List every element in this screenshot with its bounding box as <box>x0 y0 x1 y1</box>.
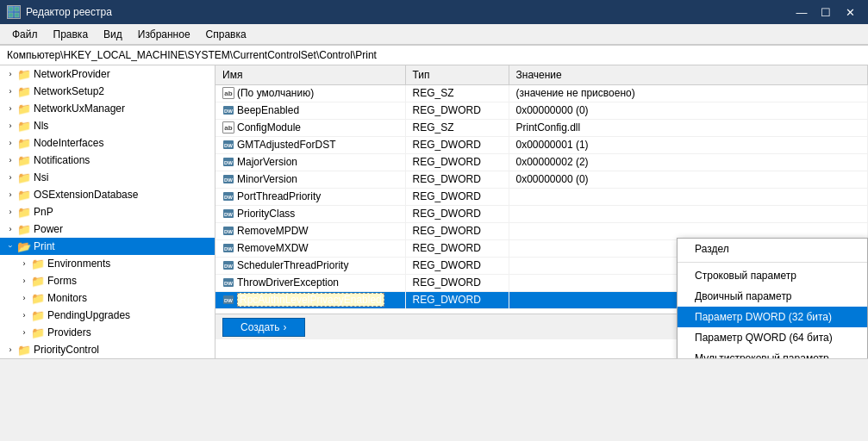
sidebar-item-providers[interactable]: › 📁 Providers <box>0 324 215 341</box>
sidebar-item-networkuxmanager[interactable]: › 📁 NetworkUxManager <box>0 100 215 117</box>
reg-type-cell[interactable]: REG_DWORD <box>405 291 509 308</box>
table-row[interactable]: DWMajorVersion REG_DWORD 0x00000002 (2) <box>215 153 868 171</box>
reg-type-cell[interactable]: REG_DWORD <box>405 257 509 274</box>
reg-value-cell[interactable] <box>509 188 868 205</box>
context-menu-item-section[interactable]: Раздел <box>678 239 867 259</box>
folder-icon: 📁 <box>17 68 31 81</box>
menu-view[interactable]: Вид <box>97 27 129 42</box>
reg-type-cell[interactable]: REG_SZ <box>405 84 509 102</box>
reg-name-cell[interactable]: DWMinorVersion <box>215 171 405 188</box>
reg-icon-dword: DW <box>222 225 234 237</box>
reg-name-cell[interactable]: DWBeepEnabled <box>215 102 405 119</box>
reg-name-cell[interactable]: ab(По умолчанию) <box>215 84 405 102</box>
reg-name-cell[interactable]: DWGMTAdjustedForDST <box>215 136 405 153</box>
reg-value-cell[interactable]: PrintConfig.dll <box>509 119 868 136</box>
reg-value-cell[interactable]: 0x00000001 (1) <box>509 136 868 153</box>
reg-type-cell[interactable]: REG_DWORD <box>405 102 509 119</box>
svg-text:DW: DW <box>224 212 233 217</box>
reg-name-cell[interactable]: abConfigModule <box>215 119 405 136</box>
reg-value-cell[interactable]: 0x00000000 (0) <box>509 171 868 188</box>
context-menu-item-binary[interactable]: Двоичный параметр <box>678 286 867 307</box>
reg-type-cell[interactable]: REG_DWORD <box>405 239 509 257</box>
reg-name-cell[interactable]: DWRemoveMXDW <box>215 239 405 257</box>
col-type[interactable]: Тип <box>405 65 509 84</box>
reg-type-cell[interactable]: REG_DWORD <box>405 171 509 188</box>
sidebar-item-label: Environments <box>47 258 110 270</box>
reg-name: GMTAdjustedForDST <box>237 139 335 151</box>
reg-name-cell[interactable]: DWSchedulerThreadPriority <box>215 257 405 274</box>
sidebar-item-pendingupgrades[interactable]: › 📁 PendingUpgrades <box>0 307 215 324</box>
reg-value-cell[interactable]: 0x00000002 (2) <box>509 153 868 171</box>
reg-name: MajorVersion <box>237 156 297 168</box>
reg-type-cell[interactable]: REG_DWORD <box>405 188 509 205</box>
sidebar-item-networkprovider[interactable]: › 📁 NetworkProvider <box>0 65 215 83</box>
sidebar-tree[interactable]: › 📁 NetworkProvider › 📁 NetworkSetup2 › … <box>0 65 215 358</box>
folder-icon: 📁 <box>17 189 31 202</box>
menu-favorites[interactable]: Избранное <box>131 27 197 42</box>
reg-value-cell[interactable] <box>509 222 868 239</box>
reg-name-cell[interactable]: DWPortThreadPriority <box>215 188 405 205</box>
reg-icon-dword: DW <box>222 156 234 168</box>
col-name[interactable]: Имя <box>215 65 405 84</box>
reg-name: PortThreadPriority <box>237 190 321 202</box>
sidebar-item-nsi[interactable]: › 📁 Nsi <box>0 169 215 186</box>
col-value[interactable]: Значение <box>509 65 868 84</box>
reg-name-cell[interactable]: DWRpcAuthnLevelPrivacyEnabled <box>215 291 405 308</box>
table-row[interactable]: DWMinorVersion REG_DWORD 0x00000000 (0) <box>215 171 868 188</box>
sidebar-item-power[interactable]: › 📁 Power <box>0 220 215 238</box>
reg-type-cell[interactable]: REG_DWORD <box>405 136 509 153</box>
reg-name: BeepEnabled <box>237 104 299 116</box>
context-menu-item-dword[interactable]: Параметр DWORD (32 бита) <box>678 307 867 327</box>
reg-name-cell[interactable]: DWThrowDriverException <box>215 274 405 291</box>
maximize-button[interactable]: ☐ <box>815 3 837 21</box>
sidebar-item-forms[interactable]: › 📁 Forms <box>0 272 215 289</box>
expand-icon: › <box>3 188 17 202</box>
create-button-label: Создать <box>240 321 280 333</box>
table-row[interactable]: DWPriorityClass REG_DWORD <box>215 205 868 222</box>
sidebar-item-pnp[interactable]: › 📁 PnP <box>0 203 215 220</box>
folder-icon: 📁 <box>31 258 45 270</box>
folder-icon: 📁 <box>17 171 31 184</box>
app-icon <box>7 5 21 19</box>
sidebar-item-notifications[interactable]: › 📁 Notifications <box>0 152 215 169</box>
sidebar-item-prioritycontrol[interactable]: › 📁 PriorityControl <box>0 341 215 358</box>
sidebar-item-nls[interactable]: › 📁 Nls <box>0 117 215 134</box>
reg-value-cell[interactable] <box>509 205 868 222</box>
sidebar-item-networksetup2[interactable]: › 📁 NetworkSetup2 <box>0 83 215 100</box>
sidebar-item-osextdatabase[interactable]: › 📁 OSExtensionDatabase <box>0 186 215 203</box>
reg-name-cell[interactable]: DWPriorityClass <box>215 205 405 222</box>
table-row[interactable]: abConfigModule REG_SZ PrintConfig.dll <box>215 119 868 136</box>
sidebar-item-monitors[interactable]: › 📁 Monitors <box>0 289 215 307</box>
table-row[interactable]: DWPortThreadPriority REG_DWORD <box>215 188 868 205</box>
table-row[interactable]: DWGMTAdjustedForDST REG_DWORD 0x00000001… <box>215 136 868 153</box>
menu-file[interactable]: Файл <box>5 27 45 42</box>
reg-icon-dword: DW <box>222 294 234 306</box>
reg-type-cell[interactable]: REG_DWORD <box>405 153 509 171</box>
status-bar <box>0 358 868 377</box>
reg-type-cell[interactable]: REG_DWORD <box>405 222 509 239</box>
sidebar-item-print[interactable]: › 📂 Print <box>0 238 215 255</box>
folder-icon: 📁 <box>17 85 31 98</box>
sidebar-item-nodeinterfaces[interactable]: › 📁 NodeInterfaces <box>0 134 215 152</box>
reg-icon-dword: DW <box>222 190 234 202</box>
minimize-button[interactable]: — <box>790 3 813 21</box>
reg-type-cell[interactable]: REG_SZ <box>405 119 509 136</box>
reg-name-cell[interactable]: DWRemoveMPDW <box>215 222 405 239</box>
table-row[interactable]: DWBeepEnabled REG_DWORD 0x00000000 (0) <box>215 102 868 119</box>
menu-help[interactable]: Справка <box>199 27 253 42</box>
close-button[interactable]: ✕ <box>839 3 861 21</box>
reg-name-cell[interactable]: DWMajorVersion <box>215 153 405 171</box>
table-row[interactable]: ab(По умолчанию) REG_SZ (значение не при… <box>215 84 868 102</box>
sidebar-item-environments[interactable]: › 📁 Environments <box>0 255 215 272</box>
reg-type-cell[interactable]: REG_DWORD <box>405 205 509 222</box>
context-menu-item-multistring[interactable]: Мультистроковый параметр <box>678 348 867 358</box>
table-row[interactable]: DWRemoveMPDW REG_DWORD <box>215 222 868 239</box>
menu-edit[interactable]: Правка <box>47 27 96 42</box>
context-menu-item-string[interactable]: Строковый параметр <box>678 265 867 286</box>
reg-type-cell[interactable]: REG_DWORD <box>405 274 509 291</box>
create-button[interactable]: Создать › <box>222 318 305 337</box>
reg-value-cell[interactable]: (значение не присвоено) <box>509 84 868 102</box>
folder-icon: 📁 <box>17 223 31 236</box>
reg-value-cell[interactable]: 0x00000000 (0) <box>509 102 868 119</box>
context-menu-item-qword[interactable]: Параметр QWORD (64 бита) <box>678 327 867 348</box>
